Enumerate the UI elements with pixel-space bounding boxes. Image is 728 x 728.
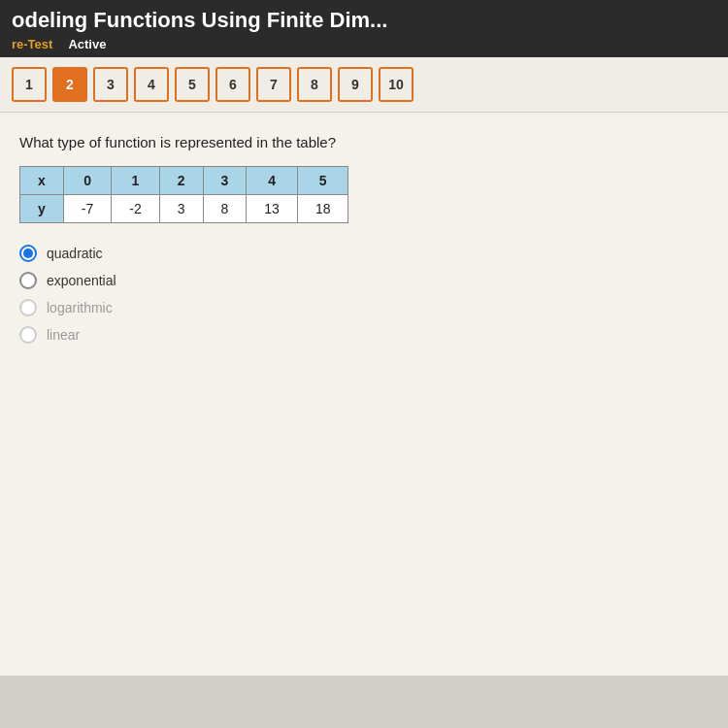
option-label-exponential: exponential <box>47 273 116 288</box>
option-exponential[interactable]: exponential <box>19 272 709 289</box>
table-x-val-4: 4 <box>247 167 298 195</box>
table-x-val-1: 1 <box>112 167 159 195</box>
table-y-val-5: 18 <box>297 195 348 223</box>
table-y-val-0: -7 <box>63 195 111 223</box>
table-x-val-5: 5 <box>297 167 348 195</box>
table-header-x: x <box>20 167 64 195</box>
question-nav-btn-4[interactable]: 4 <box>134 67 169 102</box>
data-table: x012345y-7-2381318 <box>19 166 348 223</box>
header-bar: odeling Functions Using Finite Dim... re… <box>0 0 728 57</box>
header-sub-status: Active <box>68 37 106 51</box>
question-nav-btn-10[interactable]: 10 <box>379 67 414 102</box>
header-sub: re-Test Active <box>12 33 716 57</box>
question-nav: 12345678910 <box>0 57 728 113</box>
main-content: What type of function is represented in … <box>0 113 728 676</box>
header-title: odeling Functions Using Finite Dim... <box>12 8 716 33</box>
option-label-logarithmic: logarithmic <box>47 300 113 315</box>
option-linear[interactable]: linear <box>19 326 709 344</box>
radio-exponential[interactable] <box>19 272 37 289</box>
header-sub-label: re-Test <box>12 37 52 51</box>
question-nav-btn-1[interactable]: 1 <box>12 67 47 102</box>
question-nav-btn-3[interactable]: 3 <box>93 67 128 102</box>
table-x-val-3: 3 <box>203 167 247 195</box>
question-nav-btn-5[interactable]: 5 <box>175 67 210 102</box>
question-text: What type of function is represented in … <box>19 134 709 150</box>
option-quadratic[interactable]: quadratic <box>19 245 709 262</box>
radio-linear[interactable] <box>19 326 37 344</box>
table-y-val-4: 13 <box>247 195 298 223</box>
table-y-val-3: 8 <box>203 195 247 223</box>
option-logarithmic[interactable]: logarithmic <box>19 299 709 316</box>
question-nav-btn-8[interactable]: 8 <box>297 67 332 102</box>
option-label-quadratic: quadratic <box>47 246 103 261</box>
table-y-val-1: -2 <box>112 195 159 223</box>
radio-logarithmic[interactable] <box>19 299 37 316</box>
radio-quadratic[interactable] <box>19 245 37 262</box>
question-nav-btn-6[interactable]: 6 <box>215 67 250 102</box>
table-header-y: y <box>20 195 64 223</box>
option-label-linear: linear <box>47 327 80 343</box>
question-nav-btn-7[interactable]: 7 <box>256 67 291 102</box>
table-y-val-2: 3 <box>159 195 203 223</box>
options-list: quadraticexponentiallogarithmiclinear <box>19 245 709 344</box>
table-x-val-2: 2 <box>159 167 203 195</box>
question-nav-btn-2[interactable]: 2 <box>52 67 87 102</box>
table-x-val-0: 0 <box>63 167 111 195</box>
question-nav-btn-9[interactable]: 9 <box>338 67 373 102</box>
